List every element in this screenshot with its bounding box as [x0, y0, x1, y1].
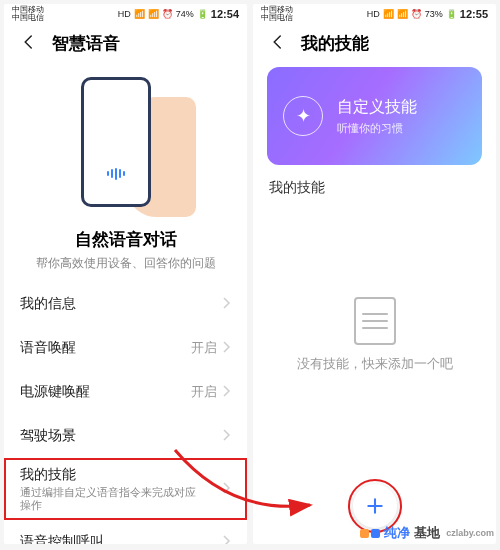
wm-brand2: 基地	[414, 524, 440, 542]
hero-illustration	[4, 59, 247, 224]
page-title: 智慧语音	[52, 32, 120, 55]
battery-icon: 🔋	[197, 9, 208, 19]
row-my-skills[interactable]: 我的技能 通过编排自定义语音指令来完成对应操作	[4, 458, 247, 520]
row-driving[interactable]: 驾驶场景	[4, 414, 247, 458]
page-title: 我的技能	[301, 32, 369, 55]
custom-skill-card[interactable]: ✦ 自定义技能 听懂你的习惯	[267, 67, 482, 165]
hd-label: HD	[118, 9, 131, 19]
row-my-info[interactable]: 我的信息	[4, 282, 247, 326]
row-label: 我的技能	[20, 466, 200, 484]
watermark-logo-icon	[360, 529, 380, 538]
row-power-wake[interactable]: 电源键唤醒 开启	[4, 370, 247, 414]
row-label: 语音控制呼叫	[20, 533, 104, 544]
back-button[interactable]	[20, 33, 38, 55]
battery-label: 74%	[176, 9, 194, 19]
document-icon	[354, 297, 396, 345]
hero-subtitle: 帮你高效使用设备、回答你的问题	[4, 255, 247, 272]
wm-brand1: 纯净	[384, 524, 410, 542]
hd-label: HD	[367, 9, 380, 19]
row-voice-wake[interactable]: 语音唤醒 开启	[4, 326, 247, 370]
carrier-2: 中国电信	[261, 14, 293, 22]
clock: 12:55	[460, 8, 488, 20]
signal-icon: 📶	[134, 9, 145, 19]
phone-left: 中国移动 中国电信 HD 📶 📶 ⏰ 74% 🔋 12:54 智慧语音	[4, 4, 247, 544]
signal-icon: 📶	[383, 9, 394, 19]
hero-title: 自然语音对话	[4, 228, 247, 251]
row-voice-call[interactable]: 语音控制呼叫	[4, 520, 247, 544]
battery-icon: 🔋	[446, 9, 457, 19]
empty-state: 没有技能，快来添加一个吧	[253, 297, 496, 373]
back-button[interactable]	[269, 33, 287, 55]
carrier-2: 中国电信	[12, 14, 44, 22]
alarm-icon: ⏰	[162, 9, 173, 19]
row-label: 电源键唤醒	[20, 383, 90, 401]
row-label: 驾驶场景	[20, 427, 76, 445]
row-sub: 通过编排自定义语音指令来完成对应操作	[20, 486, 200, 512]
row-label: 我的信息	[20, 295, 76, 313]
add-skill-button[interactable]	[353, 484, 397, 528]
chevron-right-icon	[223, 384, 231, 400]
chevron-right-icon	[223, 481, 231, 497]
battery-label: 73%	[425, 9, 443, 19]
alarm-icon: ⏰	[411, 9, 422, 19]
chevron-right-icon	[223, 428, 231, 444]
voice-wave-icon	[104, 167, 128, 181]
wifi-icon: 📶	[148, 9, 159, 19]
chevron-right-icon	[223, 340, 231, 356]
chevron-right-icon	[223, 296, 231, 312]
row-state: 开启	[191, 383, 217, 401]
watermark: 纯净基地 czlaby.com	[360, 524, 494, 542]
row-state: 开启	[191, 339, 217, 357]
section-label: 我的技能	[253, 175, 496, 197]
wm-url: czlaby.com	[446, 528, 494, 538]
settings-list: 我的信息 语音唤醒 开启 电源键唤醒 开启 驾驶场景 我的技能 通过编排自定义语…	[4, 282, 247, 544]
status-bar: 中国移动 中国电信 HD 📶 📶 ⏰ 74% 🔋 12:54	[4, 4, 247, 24]
phone-outline	[81, 77, 151, 207]
wifi-icon: 📶	[397, 9, 408, 19]
header: 智慧语音	[4, 24, 247, 59]
card-sub: 听懂你的习惯	[337, 121, 417, 136]
card-title: 自定义技能	[337, 97, 417, 118]
phone-right: 中国移动 中国电信 HD 📶 📶 ⏰ 73% 🔋 12:55 我的技能 ✦ 自定…	[253, 4, 496, 544]
row-label: 语音唤醒	[20, 339, 76, 357]
magic-icon: ✦	[283, 96, 323, 136]
status-bar: 中国移动 中国电信 HD 📶 📶 ⏰ 73% 🔋 12:55	[253, 4, 496, 24]
chevron-right-icon	[223, 534, 231, 544]
empty-text: 没有技能，快来添加一个吧	[297, 355, 453, 373]
clock: 12:54	[211, 8, 239, 20]
header: 我的技能	[253, 24, 496, 59]
